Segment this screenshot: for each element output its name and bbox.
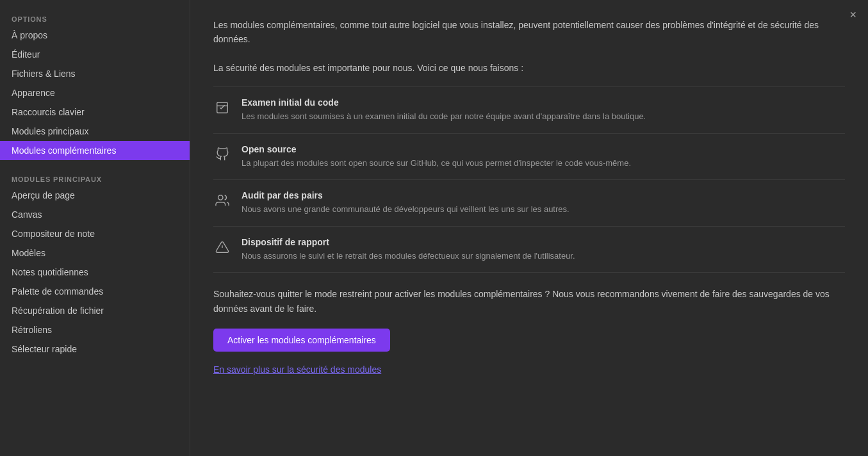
sidebar-item-a-propos[interactable]: À propos: [0, 26, 190, 45]
main-content: Les modules complémentaires, comme tout …: [190, 0, 868, 456]
feature-item-examen-code: Examen initial du code Les modules sont …: [213, 87, 845, 134]
sidebar-item-recuperation-de-fichier[interactable]: Récupération de fichier: [0, 301, 190, 320]
feature-desc-examen-code: Les modules sont soumises à un examen in…: [242, 110, 646, 123]
sidebar-item-modules-complementaires[interactable]: Modules complémentaires: [0, 141, 190, 160]
sidebar-item-apercu-de-page[interactable]: Aperçu de page: [0, 186, 190, 205]
code-review-icon: [213, 99, 231, 117]
sidebar-item-canvas[interactable]: Canvas: [0, 205, 190, 224]
close-button[interactable]: ×: [847, 6, 859, 23]
feature-title-examen-code: Examen initial du code: [242, 97, 646, 108]
sidebar-item-selecteur-rapide[interactable]: Sélecteur rapide: [0, 339, 190, 359]
sidebar-item-modeles[interactable]: Modèles: [0, 243, 190, 263]
security-intro: La sécurité des modules est importante p…: [213, 61, 845, 75]
report-icon: [213, 238, 231, 256]
sidebar-item-raccourcis-clavier[interactable]: Raccourcis clavier: [0, 102, 190, 122]
feature-text-examen-code: Examen initial du code Les modules sont …: [242, 97, 646, 123]
sidebar-item-notes-quotidiennes[interactable]: Notes quotidiennes: [0, 263, 190, 282]
options-section-label: Options: [0, 10, 190, 26]
feature-item-open-source: Open source La plupart des modules sont …: [213, 134, 845, 181]
feature-desc-dispositif-rapport: Nous assurons le suivi et le retrait des…: [242, 250, 575, 263]
sidebar: Options À propos Éditeur Fichiers & Lien…: [0, 0, 190, 456]
sidebar-item-palette-de-commandes[interactable]: Palette de commandes: [0, 282, 190, 301]
sidebar-item-modules-principaux[interactable]: Modules principaux: [0, 122, 190, 141]
warning-text: Souhaitez-vous quitter le mode restreint…: [213, 287, 845, 316]
open-source-icon: [213, 145, 231, 163]
feature-item-audit-pairs: Audit par des pairs Nous avons une grand…: [213, 180, 845, 227]
feature-title-open-source: Open source: [242, 144, 631, 154]
intro-paragraph: Les modules complémentaires, comme tout …: [213, 18, 845, 47]
feature-list: Examen initial du code Les modules sont …: [213, 86, 845, 273]
feature-title-audit-pairs: Audit par des pairs: [242, 190, 569, 200]
feature-item-dispositif-rapport: Dispositif de rapport Nous assurons le s…: [213, 227, 845, 273]
feature-text-audit-pairs: Audit par des pairs Nous avons une grand…: [242, 190, 569, 216]
svg-point-2: [218, 195, 223, 200]
feature-text-dispositif-rapport: Dispositif de rapport Nous assurons le s…: [242, 237, 575, 263]
sidebar-item-editeur[interactable]: Éditeur: [0, 45, 190, 64]
feature-desc-audit-pairs: Nous avons une grande communauté de déve…: [242, 203, 569, 216]
feature-text-open-source: Open source La plupart des modules sont …: [242, 144, 631, 170]
audit-icon: [213, 191, 231, 209]
sidebar-item-retroliens[interactable]: Rétroliens: [0, 320, 190, 339]
sidebar-item-fichiers-liens[interactable]: Fichiers & Liens: [0, 64, 190, 83]
learn-more-link[interactable]: En savoir plus sur la sécurité des modul…: [213, 364, 845, 375]
sidebar-item-compositeur-de-note[interactable]: Compositeur de note: [0, 224, 190, 243]
modal: × Options À propos Éditeur Fichiers & Li…: [0, 0, 868, 456]
feature-desc-open-source: La plupart des modules sont open source …: [242, 157, 631, 170]
modules-principaux-section-label: Modules principaux: [0, 170, 190, 186]
activate-button[interactable]: Activer les modules complémentaires: [213, 329, 390, 352]
sidebar-item-apparence[interactable]: Apparence: [0, 83, 190, 102]
feature-title-dispositif-rapport: Dispositif de rapport: [242, 237, 575, 247]
